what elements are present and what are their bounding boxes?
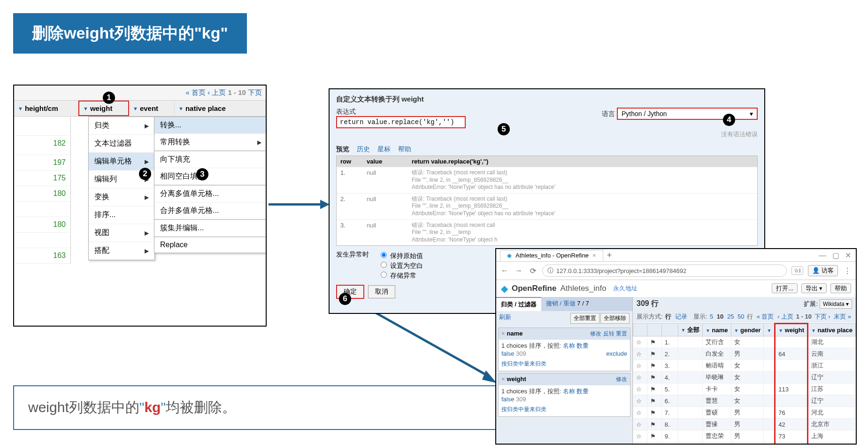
- mode-rows[interactable]: 行: [665, 313, 671, 320]
- refresh-link[interactable]: 刷新: [499, 313, 511, 324]
- pager-first[interactable]: « 首页: [757, 313, 774, 320]
- flag-icon[interactable]: ⚑: [647, 395, 661, 407]
- submenu-item[interactable]: Replace: [154, 237, 267, 253]
- tab-facets[interactable]: 归类 / 过滤器: [496, 297, 541, 311]
- star-icon[interactable]: ☆: [633, 372, 647, 383]
- guest-button[interactable]: 👤 访客: [808, 265, 838, 276]
- cell-weight[interactable]: 64: [775, 348, 808, 360]
- cell-weight[interactable]: [775, 372, 808, 383]
- facet-value[interactable]: false: [501, 396, 514, 403]
- window-controls[interactable]: — ▢ ✕: [819, 251, 853, 260]
- cell-name[interactable]: 白发全: [703, 348, 731, 360]
- star-icon[interactable]: ☆: [633, 395, 647, 407]
- back-icon[interactable]: ←: [500, 266, 509, 275]
- flag-icon[interactable]: ⚑: [647, 407, 661, 419]
- remove-all-button[interactable]: 全部移除: [600, 313, 630, 324]
- tab-undo[interactable]: 撤销 / 重做 7 / 7: [541, 297, 594, 311]
- radio-keep[interactable]: 保持原始值: [378, 250, 423, 260]
- cell-gender[interactable]: 女: [731, 383, 764, 395]
- radio-blank[interactable]: 设置为空白: [378, 260, 423, 270]
- expression-input[interactable]: return value.replace('kg',''): [336, 116, 466, 128]
- cell-weight[interactable]: [775, 395, 808, 407]
- cancel-button[interactable]: 取消: [368, 285, 395, 298]
- submenu-item[interactable]: 合并多值单元格...: [154, 203, 267, 220]
- col-gender[interactable]: ▼ gender: [731, 324, 764, 336]
- cell-gender[interactable]: 男: [731, 430, 764, 442]
- col-weight[interactable]: ▼weight: [78, 101, 129, 116]
- facet-footer[interactable]: 按归类中量来归类: [499, 359, 630, 371]
- close-icon[interactable]: ×: [501, 330, 505, 337]
- cell-name[interactable]: 艾衍含: [703, 336, 731, 348]
- col-height[interactable]: ▼height/cm: [14, 101, 78, 116]
- reload-icon[interactable]: ⟳: [528, 266, 538, 275]
- flag-icon[interactable]: ⚑: [647, 430, 661, 442]
- pager-prev[interactable]: ‹ 上页: [207, 88, 226, 96]
- permalink[interactable]: 永久地址: [613, 284, 638, 293]
- submenu-item[interactable]: 相同空白填充: [154, 168, 267, 186]
- submenu-item[interactable]: 分离多值单元格...: [154, 186, 267, 203]
- menu-item[interactable]: 变换▶: [89, 188, 154, 206]
- cell-native[interactable]: 辽宁: [808, 395, 856, 407]
- language-select[interactable]: Python / Jython▾: [617, 108, 758, 120]
- reset-all-button[interactable]: 全部重置: [570, 313, 599, 324]
- cell-name[interactable]: 曹忠荣: [703, 430, 731, 442]
- facet-value[interactable]: false: [501, 350, 514, 357]
- menu-item[interactable]: 文本过滤器: [89, 135, 154, 153]
- menu-item[interactable]: 排序...: [89, 206, 154, 224]
- flag-icon[interactable]: ⚑: [647, 442, 661, 445]
- cell-native[interactable]: 北京市: [808, 419, 856, 430]
- open-button[interactable]: 打开...: [772, 283, 798, 293]
- pager-last[interactable]: 末页 »: [834, 313, 851, 320]
- star-icon[interactable]: ☆: [633, 336, 647, 348]
- tab-history[interactable]: 历史: [357, 145, 370, 154]
- cell-native[interactable]: 上海: [808, 430, 856, 442]
- star-icon[interactable]: ☆: [633, 419, 647, 430]
- facet-ops[interactable]: 修改: [616, 375, 627, 383]
- cell-native[interactable]: 辽宁: [808, 372, 856, 383]
- cell-gender[interactable]: 男: [731, 348, 764, 360]
- close-icon[interactable]: ×: [592, 252, 596, 259]
- tab-preview[interactable]: 预览: [336, 145, 349, 154]
- flag-icon[interactable]: ⚑: [647, 372, 661, 383]
- cell-name[interactable]: 毕晓琳: [703, 372, 731, 383]
- cell-gender[interactable]: 男: [731, 419, 764, 430]
- submenu-item[interactable]: 簇集并编辑...: [154, 220, 267, 237]
- submenu-item[interactable]: 向下填充: [154, 151, 267, 168]
- pager-next[interactable]: 下页 ›: [814, 313, 830, 320]
- submenu-item[interactable]: 常用转换▶: [154, 134, 267, 151]
- star-icon[interactable]: ☆: [633, 430, 647, 442]
- menu-item[interactable]: 搭配▶: [89, 242, 154, 260]
- close-icon[interactable]: ×: [501, 375, 505, 383]
- pagesize-10[interactable]: 10: [717, 313, 723, 320]
- cell-native[interactable]: 云南: [808, 348, 856, 360]
- extension-button[interactable]: Wikidata ▾: [820, 299, 852, 309]
- facet-ops[interactable]: 修改 反转 重置: [590, 330, 627, 338]
- cell-weight[interactable]: [775, 336, 808, 348]
- cell-weight[interactable]: 73: [775, 430, 808, 442]
- cell-gender[interactable]: 男: [731, 407, 764, 419]
- star-icon[interactable]: ☆: [633, 383, 647, 395]
- col-native[interactable]: ▼ native place: [808, 324, 856, 336]
- cell-name[interactable]: 鲍语晴: [703, 360, 731, 372]
- star-icon[interactable]: ☆: [633, 348, 647, 360]
- cell-weight[interactable]: 76: [775, 407, 808, 419]
- tab-help[interactable]: 帮助: [398, 145, 411, 154]
- cell-native[interactable]: 江苏: [808, 383, 856, 395]
- pager-next[interactable]: 下页: [248, 88, 262, 96]
- cell-native[interactable]: 河北: [808, 407, 856, 419]
- col-name[interactable]: ▼ name: [703, 324, 731, 336]
- col-event[interactable]: ▼event: [129, 101, 175, 116]
- cell-gender[interactable]: 女: [731, 372, 764, 383]
- menu-item[interactable]: 归类▶: [89, 117, 154, 135]
- pager-prev[interactable]: ‹ 上页: [777, 313, 793, 320]
- help-button[interactable]: 帮助: [830, 283, 851, 293]
- col-all[interactable]: ▼ 全部: [678, 324, 703, 336]
- cell-name[interactable]: 曹硕: [703, 407, 731, 419]
- cell-name[interactable]: 卡卡: [703, 383, 731, 395]
- col-blank[interactable]: ▼: [764, 324, 775, 336]
- star-icon[interactable]: ☆: [633, 360, 647, 372]
- cell-name[interactable]: 柴飚: [703, 442, 731, 445]
- pagesize-5[interactable]: 5: [710, 313, 713, 320]
- radio-store[interactable]: 存储异常: [378, 270, 423, 280]
- cell-name[interactable]: 曹缘: [703, 419, 731, 430]
